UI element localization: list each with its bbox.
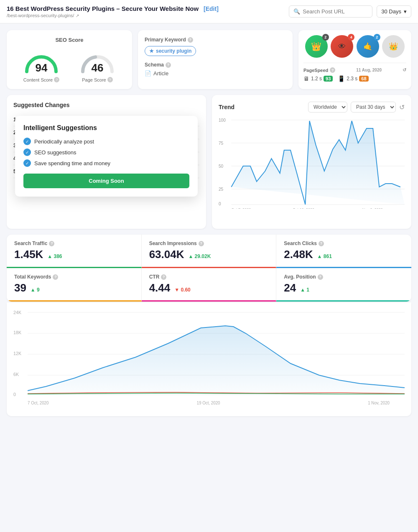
- intelligent-suggestions-popup: Intelligent Suggestions ✓ Periodically a…: [15, 116, 198, 197]
- hand-icon: 🤙: [363, 42, 372, 51]
- search-traffic-box: Search Traffic ? 1.45K ▲ 386: [7, 235, 142, 268]
- desktop-time: 1.2 s: [311, 76, 322, 82]
- pagespeed-metrics: 🖥 1.2 s 93 📱 2.3 s 68: [303, 75, 406, 82]
- keyword-label: Primary Keyword ?: [145, 37, 286, 43]
- popup-title: Intelligent Suggestions: [23, 124, 189, 132]
- badge-eye-red: 👁 4: [331, 35, 353, 58]
- big-chart-area: 24K 18K 12K 6K 0 7 Oct, 2020: [13, 309, 405, 409]
- big-chart-svg: 24K 18K 12K 6K 0 7 Oct, 2020: [13, 309, 405, 409]
- header: 16 Best WordPress Security Plugins – Sec…: [0, 0, 418, 23]
- total-keywords-help[interactable]: ?: [53, 274, 58, 280]
- popup-item-3: ✓ Save spending time and money: [23, 159, 189, 167]
- search-clicks-help[interactable]: ?: [319, 241, 324, 246]
- period-select[interactable]: Past 30 days: [351, 102, 396, 113]
- svg-text:19 Oct, 2020: 19 Oct, 2020: [197, 401, 220, 405]
- badges-card: 👑 2 👁 4 🤙 2: [298, 30, 411, 89]
- main-content: SEO Score 94 Content Score ?: [0, 23, 418, 423]
- keyword-card: Primary Keyword ? ★ security plugin Sche…: [138, 30, 293, 89]
- trend-refresh-icon[interactable]: ↺: [399, 103, 405, 111]
- ctr-help[interactable]: ?: [161, 274, 166, 280]
- page-score-item: 46 Page Score ?: [76, 47, 118, 82]
- total-keywords-label: Total Keywords ?: [14, 274, 134, 280]
- svg-text:12K: 12K: [13, 351, 22, 356]
- pagespeed-help-icon[interactable]: ?: [330, 67, 335, 73]
- page-url: /best-wordpress-security-plugins/ ↗: [7, 13, 289, 18]
- avg-position-box: Avg. Position ? 24 ▲ 1: [276, 268, 411, 302]
- svg-text:7 Oct, 2020: 7 Oct, 2020: [28, 401, 49, 405]
- crown-gray-icon: 👑: [389, 42, 398, 51]
- page-title: 16 Best WordPress Security Plugins – Sec…: [7, 5, 199, 12]
- page-score-value: 46: [92, 61, 104, 74]
- search-input[interactable]: [303, 8, 365, 15]
- desktop-icon: 🖥: [303, 75, 309, 82]
- total-keywords-box: Total Keywords ? 39 ▲ 9: [7, 268, 142, 302]
- keyword-badge: ★ security plugin: [145, 46, 196, 56]
- avg-position-help[interactable]: ?: [318, 274, 323, 280]
- badge-count-2: 4: [348, 34, 354, 41]
- mobile-metric: 📱 2.3 s 68: [338, 75, 368, 82]
- badge-count-3: 2: [374, 34, 380, 41]
- header-right: 🔍 30 Days ▾: [289, 5, 411, 18]
- total-keywords-value: 39: [14, 281, 26, 294]
- search-clicks-value-row: 2.48K ▲ 861: [284, 248, 404, 261]
- svg-text:24K: 24K: [13, 310, 22, 315]
- search-impressions-value: 63.04K: [149, 248, 184, 261]
- ctr-delta: ▼ 0.60: [174, 287, 191, 293]
- coming-soon-button[interactable]: Coming Soon: [23, 174, 189, 188]
- content-score-value: 94: [36, 61, 48, 74]
- svg-text:18K: 18K: [13, 330, 22, 335]
- pagespeed-date: 11 Aug, 2020: [356, 68, 382, 72]
- refresh-icon[interactable]: ↺: [403, 67, 406, 73]
- star-icon: ★: [149, 48, 154, 54]
- check-icon-1: ✓: [23, 138, 31, 145]
- chevron-down-icon: ▾: [404, 8, 407, 15]
- edit-link[interactable]: [Edit]: [204, 5, 219, 12]
- svg-text:Oct 7, 2020: Oct 7, 2020: [231, 207, 251, 209]
- keyword-help-icon[interactable]: ?: [188, 37, 193, 43]
- external-link-icon: ↗: [76, 13, 79, 18]
- schema-help-icon[interactable]: ?: [166, 62, 171, 68]
- stats-wrapper: Search Traffic ? 1.45K ▲ 386 Search Impr…: [7, 235, 411, 302]
- content-score-help-icon[interactable]: ?: [54, 77, 59, 82]
- page-score-help-icon[interactable]: ?: [107, 77, 113, 82]
- schema-label: Schema ?: [145, 62, 286, 68]
- search-impressions-label: Search Impressions ?: [149, 240, 269, 246]
- search-clicks-value: 2.48K: [284, 248, 313, 261]
- top-row: SEO Score 94 Content Score ?: [7, 30, 411, 89]
- mobile-score: 68: [359, 76, 368, 82]
- header-left: 16 Best WordPress Security Plugins – Sec…: [7, 5, 289, 18]
- search-traffic-help[interactable]: ?: [49, 241, 54, 246]
- article-icon: 📄: [145, 70, 151, 77]
- popup-list: ✓ Periodically analyze post ✓ SEO sugges…: [23, 138, 189, 167]
- badge-count-1: 2: [322, 34, 329, 41]
- badge-hand-blue: 🤙 2: [357, 35, 379, 58]
- search-impressions-help[interactable]: ?: [199, 241, 204, 246]
- trend-title: Trend: [219, 104, 305, 110]
- avg-position-label: Avg. Position ?: [284, 274, 404, 280]
- search-traffic-value-row: 1.45K ▲ 386: [14, 248, 134, 261]
- stats-top-row: Search Traffic ? 1.45K ▲ 386 Search Impr…: [7, 235, 411, 268]
- check-icon-2: ✓: [23, 148, 31, 156]
- days-select[interactable]: 30 Days ▾: [377, 5, 411, 18]
- ctr-value: 4.44: [149, 281, 171, 294]
- search-box[interactable]: 🔍: [289, 5, 372, 18]
- mobile-time: 2.3 s: [347, 76, 357, 82]
- page-score-label: Page Score ?: [82, 77, 112, 82]
- seo-score-title: SEO Score: [13, 37, 125, 43]
- region-select[interactable]: Worldwide: [308, 102, 347, 113]
- badge-crown-gray: 👑: [382, 35, 405, 58]
- badge-crown-green: 👑 2: [305, 35, 328, 58]
- svg-text:25: 25: [219, 187, 224, 192]
- eye-icon: 👁: [338, 42, 346, 51]
- check-icon-3: ✓: [23, 159, 31, 167]
- desktop-metric: 🖥 1.2 s 93: [303, 75, 333, 82]
- search-impressions-delta: ▲ 29.02K: [188, 253, 211, 259]
- crown-gray-circle: 👑: [382, 35, 405, 58]
- svg-text:1 Nov, 2020: 1 Nov, 2020: [368, 401, 390, 405]
- badges-row: 👑 2 👁 4 🤙 2: [303, 35, 406, 58]
- second-row: Suggested Changes 1 5 Headings That Go..…: [7, 95, 411, 229]
- search-clicks-delta: ▲ 861: [317, 253, 332, 259]
- schema-value: 📄 Article: [145, 70, 286, 77]
- mobile-icon: 📱: [338, 75, 345, 82]
- trend-chart-area: 100 75 50 25 0: [219, 117, 405, 209]
